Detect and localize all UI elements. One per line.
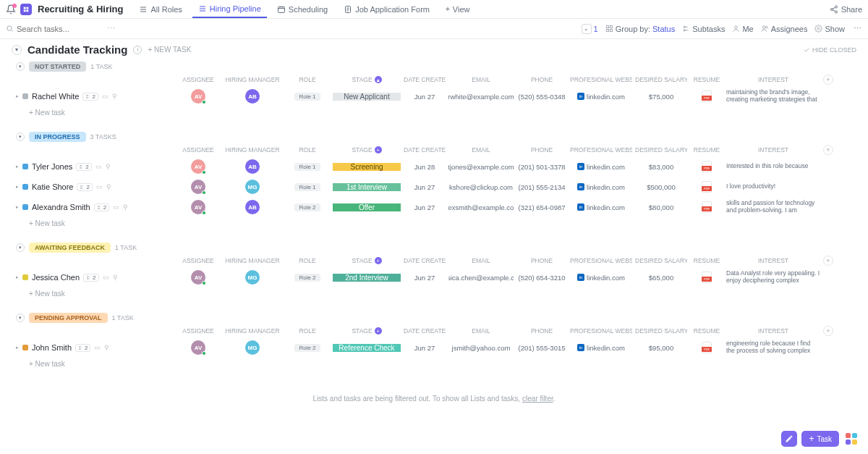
col-phone[interactable]: PHONE xyxy=(516,327,567,335)
col-role[interactable]: ROLE xyxy=(285,327,330,335)
website-cell[interactable]: inlinkedin.com xyxy=(570,163,632,171)
role-badge[interactable]: Role 2 xyxy=(294,203,320,211)
col-hiring-manager[interactable]: HIRING MANAGER xyxy=(223,327,282,335)
role-badge[interactable]: Role 1 xyxy=(294,163,320,171)
email-cell[interactable]: jessica.chen@example.com xyxy=(448,274,514,282)
email-cell[interactable]: kshore@clickup.com xyxy=(448,183,514,191)
add-column-icon[interactable]: + xyxy=(823,326,833,336)
new-task-button[interactable]: + NEW TASK xyxy=(148,46,191,54)
assignee-avatar[interactable]: AV xyxy=(191,159,205,174)
col-role[interactable]: ROLE xyxy=(285,76,330,83)
search-more-icon[interactable]: ⋯ xyxy=(107,24,115,33)
task-row[interactable]: ▸ Rachel White 2 ▭ ⚲ AV AB Role 1 New Ap… xyxy=(0,86,868,106)
quick-action-button[interactable] xyxy=(781,431,797,447)
assignee-avatar[interactable]: AV xyxy=(191,89,205,104)
col-hiring-manager[interactable]: HIRING MANAGER xyxy=(223,257,282,264)
col-resume[interactable]: RESUME xyxy=(690,76,723,83)
email-cell[interactable]: alexsmith@example.com xyxy=(448,203,514,211)
assignee-avatar[interactable]: AV xyxy=(191,340,205,355)
stage-cell[interactable]: Reference Check xyxy=(333,344,401,352)
expand-subtasks-icon[interactable]: ▸ xyxy=(16,184,19,190)
group-by-button[interactable]: Group by: Status xyxy=(605,25,676,33)
col-email[interactable]: EMAIL xyxy=(448,327,514,335)
resume-cell[interactable] xyxy=(690,91,723,102)
col-resume[interactable]: RESUME xyxy=(690,146,723,154)
col-interest[interactable]: INTEREST xyxy=(726,327,820,335)
col-assignee[interactable]: ASSIGNEE xyxy=(176,327,220,335)
me-button[interactable]: Me xyxy=(732,25,753,33)
new-task-row[interactable]: + New task xyxy=(0,287,868,300)
new-task-row[interactable]: + New task xyxy=(0,217,868,230)
attachment-icon[interactable]: ⚲ xyxy=(106,183,111,190)
apps-launcher-icon[interactable] xyxy=(843,431,859,447)
col-resume[interactable]: RESUME xyxy=(690,327,723,335)
col-assignee[interactable]: ASSIGNEE xyxy=(176,76,220,83)
note-icon[interactable]: ▭ xyxy=(94,344,101,351)
group-collapse-toggle[interactable]: ▾ xyxy=(16,62,25,71)
col-website[interactable]: PROFESIONAL WEBSITE xyxy=(570,327,632,335)
add-column-icon[interactable]: + xyxy=(823,75,833,85)
col-resume[interactable]: RESUME xyxy=(690,257,723,264)
col-salary[interactable]: DESIRED SALARY xyxy=(635,257,687,264)
col-date-created[interactable]: DATE CREATED xyxy=(404,76,446,83)
toolbar-more-icon[interactable]: ⋯ xyxy=(852,24,862,33)
status-pill[interactable]: AWAITING FEEDBACK xyxy=(29,243,111,253)
new-task-row[interactable]: + New task xyxy=(0,106,868,119)
subtask-count[interactable]: 2 xyxy=(82,93,98,101)
subtask-count[interactable]: 2 xyxy=(77,183,92,191)
status-pill[interactable]: IN PROGRESS xyxy=(29,132,86,142)
col-phone[interactable]: PHONE xyxy=(516,257,567,264)
col-salary[interactable]: DESIRED SALARY xyxy=(635,76,687,83)
show-button[interactable]: Show xyxy=(814,25,845,33)
col-salary[interactable]: DESIRED SALARY xyxy=(635,146,687,154)
hiring-manager-avatar[interactable]: MG xyxy=(245,340,260,355)
add-column-icon[interactable]: + xyxy=(823,256,833,266)
expand-subtasks-icon[interactable]: ▸ xyxy=(16,345,19,350)
stage-cell[interactable]: Screening xyxy=(333,163,401,171)
task-row[interactable]: ▸ John Smith 2 ▭ ⚲ AV MG Role 2 Referenc… xyxy=(0,337,868,358)
col-stage[interactable]: STAGE + xyxy=(333,257,401,264)
add-column-icon[interactable]: + xyxy=(823,145,833,155)
note-icon[interactable]: ▭ xyxy=(113,203,119,211)
website-cell[interactable]: inlinkedin.com xyxy=(570,183,632,191)
task-name[interactable]: Katie Shore xyxy=(32,182,73,191)
hiring-manager-avatar[interactable]: MG xyxy=(245,180,260,194)
resume-cell[interactable] xyxy=(690,342,723,353)
email-cell[interactable]: rwhite@example.com xyxy=(448,93,514,101)
tab-all-roles[interactable]: All Roles xyxy=(133,1,187,17)
hiring-manager-avatar[interactable]: AB xyxy=(245,159,260,174)
col-website[interactable]: PROFESIONAL WEBSITE xyxy=(570,76,632,83)
stage-cell[interactable]: New Applicant xyxy=(333,93,401,101)
assignees-button[interactable]: Assignees xyxy=(761,25,808,33)
group-collapse-toggle[interactable]: ▾ xyxy=(16,133,25,141)
col-hiring-manager[interactable]: HIRING MANAGER xyxy=(223,146,282,154)
subtask-count[interactable]: 2 xyxy=(76,163,91,171)
resume-cell[interactable] xyxy=(690,201,723,213)
email-cell[interactable]: jsmith@yahoo.com xyxy=(448,344,514,352)
col-role[interactable]: ROLE xyxy=(285,146,330,154)
note-icon[interactable]: ▭ xyxy=(103,274,109,281)
search-box[interactable] xyxy=(6,25,100,33)
task-name[interactable]: Rachel White xyxy=(32,92,79,101)
expand-subtasks-icon[interactable]: ▸ xyxy=(16,93,19,99)
attachment-icon[interactable]: ⚲ xyxy=(113,274,118,281)
task-row[interactable]: ▸ Alexandra Smith 2 ▭ ⚲ AV AB Role 2 Off… xyxy=(0,197,868,217)
task-row[interactable]: ▸ Tyler Jones 2 ▭ ⚲ AV AB Role 1 Screeni… xyxy=(0,156,868,177)
hiring-manager-avatar[interactable]: AB xyxy=(245,200,260,214)
col-interest[interactable]: INTEREST xyxy=(726,257,820,264)
attachment-icon[interactable]: ⚲ xyxy=(106,163,111,170)
col-date-created[interactable]: DATE CREATED xyxy=(404,327,446,335)
resume-cell[interactable] xyxy=(690,272,723,283)
col-salary[interactable]: DESIRED SALARY xyxy=(635,327,687,335)
subtask-count[interactable]: 2 xyxy=(75,344,90,352)
col-email[interactable]: EMAIL xyxy=(448,76,514,83)
task-row[interactable]: ▸ Katie Shore 2 ▭ ⚲ AV MG Role 1 1st Int… xyxy=(0,177,868,197)
new-task-fab[interactable]: + Task xyxy=(801,431,839,447)
task-name[interactable]: Alexandra Smith xyxy=(32,203,90,211)
expand-subtasks-icon[interactable]: ▸ xyxy=(16,274,19,280)
hiring-manager-avatar[interactable]: AB xyxy=(245,89,260,104)
role-badge[interactable]: Role 1 xyxy=(294,93,320,101)
new-task-row[interactable]: + New task xyxy=(0,358,868,370)
col-role[interactable]: ROLE xyxy=(285,257,330,264)
task-row[interactable]: ▸ Jessica Chen 2 ▭ ⚲ AV MG Role 2 2nd In… xyxy=(0,267,868,287)
